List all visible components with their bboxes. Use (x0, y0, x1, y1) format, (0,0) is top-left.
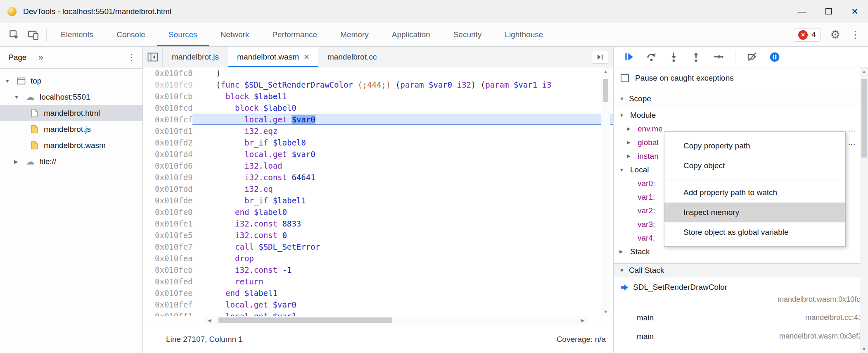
chevron-right-icon[interactable]: ▶ (627, 126, 638, 131)
editor-tab-mandelbrot-cc[interactable]: mandelbrot.cc (318, 47, 386, 67)
line-content: drop (192, 253, 613, 264)
editor-tab-mandelbrot-js[interactable]: mandelbrot.js (163, 47, 228, 67)
step-over-icon[interactable] (646, 51, 657, 62)
menu-item-store-object-as-global-variable[interactable]: Store object as global variable (664, 222, 845, 242)
tree-item-mandelbrot-wasm[interactable]: mandelbrot.wasm (0, 137, 142, 153)
code-line[interactable]: 0x010feeend $label1 (143, 287, 613, 299)
step-icon[interactable] (713, 51, 724, 62)
error-count-badge[interactable]: ✕ 4 (794, 28, 821, 42)
tree-expander-icon[interactable]: ▼ (5, 78, 16, 84)
code-line[interactable]: 0x010fe7call $SDL_SetError (143, 241, 613, 253)
devtools-menu-icon[interactable]: ⋮ (850, 29, 861, 41)
code-line[interactable]: 0x010fd9i32.const 64641 (143, 172, 613, 183)
tree-item-localhost-5501[interactable]: ▼☁localhost:5501 (0, 89, 142, 105)
scrollbar-thumb[interactable] (218, 317, 392, 323)
code-line[interactable]: 0x010fddi32.eq (143, 183, 613, 195)
code-line[interactable]: 0x010fd4local.get $var0 (143, 148, 613, 160)
code-line[interactable]: 0x010fe0end $label0 (143, 206, 613, 218)
tab-lighthouse[interactable]: Lighthouse (493, 23, 555, 46)
scroll-right-icon[interactable]: ▶ (577, 318, 588, 323)
editor-tab-mandelbrot-wasm[interactable]: mandelbrot.wasm× (228, 47, 318, 67)
chevron-right-icon[interactable]: ▶ (619, 249, 630, 254)
code-token: i32.load (244, 161, 282, 170)
code-line[interactable]: 0x010febi32.const -1 (143, 264, 613, 276)
callstack-frame-main[interactable]: mainmandelbrot.wasm:0x3ef2 (614, 327, 868, 346)
code-viewport[interactable]: 0x010fc8)0x010fc9(func $SDL_SetRenderDra… (143, 67, 613, 316)
chevron-down-icon[interactable]: ▼ (619, 113, 630, 118)
panel-scrollbar[interactable]: ▲ ▼ (860, 67, 868, 353)
toggle-navigator-icon[interactable] (143, 47, 163, 67)
scrollbar-thumb[interactable] (603, 79, 608, 102)
tab-application[interactable]: Application (380, 23, 442, 46)
step-into-icon[interactable] (668, 51, 679, 62)
scope-section-header[interactable]: ▼ Scope (614, 89, 868, 108)
tab-sources[interactable]: Sources (157, 23, 209, 46)
close-tab-icon[interactable]: × (304, 52, 309, 62)
step-out-icon[interactable] (690, 51, 702, 62)
tree-expander-icon[interactable]: ▶ (14, 159, 25, 165)
inspect-element-icon[interactable] (7, 27, 21, 42)
navigator-menu-icon[interactable]: ⋮ (127, 52, 136, 63)
code-line[interactable]: 0x010feadrop (143, 253, 613, 264)
scroll-left-icon[interactable]: ◀ (204, 318, 215, 323)
tab-memory[interactable]: Memory (329, 23, 380, 46)
scrollbar-track[interactable] (215, 316, 577, 325)
code-line[interactable]: 0x010fd2br_if $label0 (143, 137, 613, 148)
menu-item-inspect-memory[interactable]: Inspect memory (664, 203, 845, 222)
pause-on-exceptions-icon[interactable] (769, 51, 780, 62)
menu-item-add-property-path-to-watch[interactable]: Add property path to watch (664, 183, 845, 203)
resume-script-icon[interactable] (624, 51, 635, 62)
scroll-down-icon[interactable]: ▼ (601, 309, 610, 314)
tree-item-file[interactable]: ▶☁file:// (0, 153, 142, 169)
code-line[interactable]: 0x010fdebr_if $label1 (143, 195, 613, 206)
code-line[interactable]: 0x010fc9(func $SDL_SetRenderDrawColor (;… (143, 79, 613, 91)
call-stack-section-header[interactable]: ▼ Call Stack (614, 263, 868, 277)
code-line[interactable]: 0x010fcdblock $label0 (143, 102, 613, 114)
scroll-up-icon[interactable]: ▲ (860, 69, 868, 74)
callstack-frame-sdl-setrenderdrawcolor[interactable]: SDL_SetRenderDrawColormandelbrot.wasm:0x… (614, 277, 868, 308)
tab-page[interactable]: Page (8, 53, 26, 62)
next-editor-icon[interactable] (592, 50, 608, 64)
pause-on-caught-checkbox[interactable] (621, 74, 629, 82)
chevron-down-icon[interactable]: ▼ (619, 96, 624, 102)
scrollbar-thumb[interactable] (861, 79, 867, 157)
tab-console[interactable]: Console (105, 23, 157, 46)
tree-item-mandelbrot-html[interactable]: mandelbrot.html (0, 105, 142, 121)
chevron-right-icon[interactable]: ▶ (627, 153, 638, 159)
tree-item-mandelbrot-js[interactable]: mandelbrot.js (0, 121, 142, 137)
code-line[interactable]: 0x010fcbblock $label1 (143, 91, 613, 102)
minimize-button[interactable]: — (789, 0, 815, 23)
menu-item-copy-object[interactable]: Copy object (664, 156, 845, 176)
scroll-up-icon[interactable]: ▲ (601, 69, 610, 74)
scope-row-module[interactable]: ▼Module (614, 108, 868, 122)
code-line[interactable]: 0x010fcflocal.get $var0 (143, 114, 613, 125)
settings-gear-icon[interactable]: ⚙ (830, 28, 840, 41)
code-line[interactable]: 0x010fedreturn (143, 276, 613, 287)
code-line[interactable]: 0x010ff1local.get $var1 (143, 310, 613, 316)
code-line[interactable]: 0x010feflocal.get $var0 (143, 299, 613, 310)
deactivate-breakpoints-icon[interactable] (747, 51, 758, 62)
chevron-down-icon[interactable]: ▼ (619, 167, 630, 172)
code-line[interactable]: 0x010fe5i32.const 0 (143, 229, 613, 241)
code-line[interactable]: 0x010fd6i32.load (143, 160, 613, 172)
tree-expander-icon[interactable]: ▼ (14, 94, 25, 100)
menu-item-copy-property-path[interactable]: Copy property path (664, 136, 845, 156)
tab-elements[interactable]: Elements (49, 23, 105, 46)
chevron-right-icon[interactable]: ▶ (627, 140, 638, 145)
scroll-down-icon[interactable]: ▼ (860, 346, 868, 351)
tree-item-top[interactable]: ▼top (0, 73, 142, 89)
code-line[interactable]: 0x010fc8) (143, 67, 613, 79)
chevron-down-icon[interactable]: ▼ (619, 267, 624, 273)
callstack-frame-main[interactable]: mainmandelbrot.cc:41 (614, 308, 868, 327)
maximize-button[interactable] (815, 0, 842, 23)
editor-vertical-scrollbar[interactable]: ▲ ▼ (601, 67, 610, 316)
tab-network[interactable]: Network (209, 23, 261, 46)
close-button[interactable]: ✕ (842, 0, 868, 23)
tab-performance[interactable]: Performance (261, 23, 329, 46)
tab-security[interactable]: Security (442, 23, 493, 46)
editor-horizontal-scrollbar[interactable]: ◀ ▶ (204, 316, 588, 325)
code-line[interactable]: 0x010fe1i32.const 8833 (143, 218, 613, 229)
code-line[interactable]: 0x010fd1i32.eqz (143, 125, 613, 137)
device-toolbar-icon[interactable] (26, 27, 40, 42)
more-tabs-icon[interactable]: » (38, 52, 43, 63)
